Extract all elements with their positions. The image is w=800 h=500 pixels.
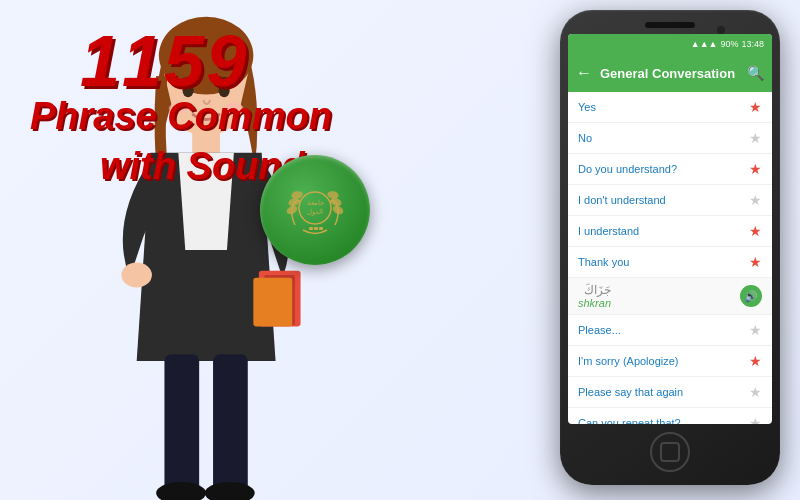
svg-rect-10 [314,227,318,230]
toolbar-title: General Conversation [600,66,739,81]
app-toolbar: ← General Conversation 🔍 [568,54,772,92]
svg-point-19 [121,263,152,288]
svg-text:الدول: الدول [307,208,323,216]
svg-rect-18 [253,278,292,327]
phrase-item-please[interactable]: Please... ★ [568,315,772,346]
home-button[interactable] [650,432,690,472]
phrase-text: I'm sorry (Apologize) [578,355,679,367]
arabic-league-icon: جامعة الدول [275,170,355,250]
star-icon[interactable]: ★ [749,192,762,208]
transliteration: shkran [578,297,611,309]
phrase-item-thankyou[interactable]: Thank you ★ [568,247,772,278]
phrase-item-understand-q[interactable]: Do you understand? ★ [568,154,772,185]
badge-inner: جامعة الدول [270,165,360,255]
phrase-text: Yes [578,101,596,113]
star-icon[interactable]: ★ [749,223,762,239]
left-panel: 1159 Phrase Common with Sound [0,0,440,500]
star-icon[interactable]: ★ [749,384,762,400]
phrase-text: I understand [578,225,639,237]
app-title-number: 1159 [80,20,248,102]
star-icon[interactable]: ★ [749,99,762,115]
status-bar: ▲▲▲ 90% 13:48 [568,34,772,54]
svg-point-2 [292,191,303,199]
app-title-line1: Phrase Common [30,95,332,138]
svg-point-5 [328,191,339,199]
svg-point-1 [288,197,299,206]
sound-button[interactable]: 🔊 [740,285,762,307]
phrase-list[interactable]: Yes ★ No ★ Do you understand? ★ I don't … [568,92,772,424]
phrase-item-dont-understand[interactable]: I don't understand ★ [568,185,772,216]
svg-rect-20 [164,354,199,493]
phrase-text: Please... [578,324,621,336]
status-icons: ▲▲▲ 90% 13:48 [691,39,764,49]
phone-container: ▲▲▲ 90% 13:48 ← General Conversation 🔍 Y… [560,10,780,485]
phrase-item-no[interactable]: No ★ [568,123,772,154]
svg-point-0 [286,205,298,215]
signal-icon: ▲▲▲ [691,39,718,49]
phrase-item-repeat[interactable]: Can you repeat that? ★ [568,408,772,424]
phrase-item-understand[interactable]: I understand ★ [568,216,772,247]
star-icon[interactable]: ★ [749,130,762,146]
phrase-text: Thank you [578,256,629,268]
battery-level: 90% [720,39,738,49]
phrase-text: Can you repeat that? [578,417,681,424]
star-icon[interactable]: ★ [749,161,762,177]
svg-rect-21 [213,354,248,493]
phrase-item-say-again[interactable]: Please say that again ★ [568,377,772,408]
arabic-league-badge: جامعة الدول [260,155,370,265]
phrase-item-sorry[interactable]: I'm sorry (Apologize) ★ [568,346,772,377]
search-button[interactable]: 🔍 [747,65,764,81]
svg-rect-11 [319,227,323,230]
phone-body: ▲▲▲ 90% 13:48 ← General Conversation 🔍 Y… [560,10,780,485]
phrase-text: Please say that again [578,386,683,398]
svg-rect-9 [309,227,313,230]
star-icon[interactable]: ★ [749,322,762,338]
phrase-expanded-thankyou: جَزَاكَ shkran 🔊 [568,278,772,315]
home-button-inner [660,442,680,462]
phrase-text: Do you understand? [578,163,677,175]
star-icon[interactable]: ★ [749,415,762,424]
expanded-row: جَزَاكَ shkran 🔊 [578,283,762,309]
svg-point-4 [330,197,341,206]
star-icon[interactable]: ★ [749,353,762,369]
phone-screen: ▲▲▲ 90% 13:48 ← General Conversation 🔍 Y… [568,34,772,424]
phrase-item-yes[interactable]: Yes ★ [568,92,772,123]
clock: 13:48 [741,39,764,49]
phrase-text: I don't understand [578,194,666,206]
star-icon[interactable]: ★ [749,254,762,270]
back-button[interactable]: ← [576,64,592,82]
expanded-content: جَزَاكَ shkran [578,283,611,309]
svg-point-3 [332,205,344,215]
svg-text:جامعة: جامعة [307,199,324,206]
arabic-text: جَزَاكَ [578,283,611,297]
phrase-text: No [578,132,592,144]
phone-speaker [645,22,695,28]
phone-camera [717,26,725,34]
